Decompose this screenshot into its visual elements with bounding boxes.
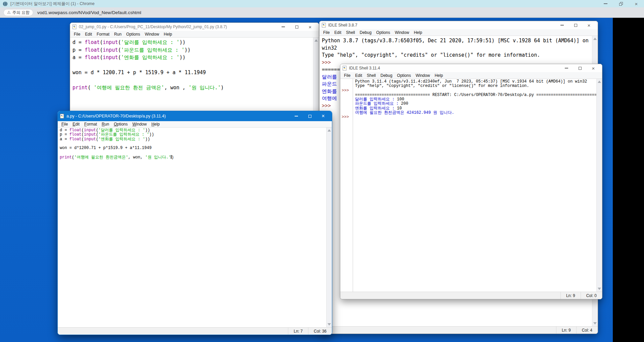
close-icon: × [309,25,312,30]
window-title: 02_jump_01.py - C:/Users/Prog_PC_11/Desk… [79,25,227,29]
maximize-icon [579,67,582,70]
menu-item-edit[interactable]: Edit [83,32,94,37]
close-icon: × [321,113,325,119]
menu-item-help[interactable]: Help [432,73,445,78]
minimize-button[interactable] [560,64,573,72]
menu-item-run[interactable]: Run [112,32,124,37]
statusbar: Ln: 9 Col: 0 [340,292,602,299]
close-icon: × [588,23,591,28]
text-line [72,77,312,84]
menu-item-format[interactable]: Format [82,122,99,127]
window-titlebar[interactable]: IDLE Shell 3.8.7 × [319,21,598,29]
text-line [355,89,596,93]
scroll-down-icon[interactable] [593,322,597,325]
menu-item-shell[interactable]: Shell [344,30,357,35]
minimize-icon [295,116,298,116]
menu-item-window[interactable]: Window [142,32,161,37]
menu-item-options[interactable]: Options [124,32,142,37]
line-indicator: Ln: 9 [560,292,581,299]
menu-item-options[interactable]: Options [111,122,130,127]
text-line: =============================== RESTART:… [355,93,596,97]
menu-item-window[interactable]: Window [392,30,411,35]
text-line: p = float(input('파운드를 입력하세요 : ')) [72,46,312,54]
menu-item-options[interactable]: Options [395,73,413,78]
menu-item-debug[interactable]: Debug [357,30,374,35]
chrome-window-controls: × [598,0,644,7]
minimize-button[interactable] [277,23,290,31]
shell-prompt-margin: >>> >>> [340,79,353,292]
shell-prompt-spacer [342,102,353,106]
close-button[interactable]: × [303,23,317,31]
text-line: p = float(input('파운드를 입력하세요 : ')) [60,133,174,137]
close-button[interactable]: × [582,21,596,29]
close-button[interactable]: × [629,0,644,7]
menu-item-file[interactable]: File [342,73,353,78]
scroll-up-icon[interactable] [598,81,601,83]
column-indicator: Col: 36 [308,328,332,335]
python-file-icon [60,114,64,118]
menu-item-format[interactable]: Format [94,32,112,37]
menu-item-file[interactable]: File [59,122,70,127]
security-badge[interactable]: ⚠ 주의 요함 [3,9,33,16]
line-indicator: Ln: 7 [288,328,308,335]
shell-text-area[interactable]: >>> >>> Python 3.11.4 (tags/v3.11.4:d234… [340,79,602,292]
close-icon: × [635,1,638,6]
text-line: d = float(input('달러를 입력하세요 : ')) [72,39,312,46]
scroll-down-icon[interactable] [598,288,601,290]
menu-item-window[interactable]: Window [130,122,149,127]
editor-text-area[interactable]: d = float(input('달러를 입력하세요 : '))p = floa… [58,128,332,327]
menu-item-file[interactable]: File [71,32,83,37]
text-line: won = d*1200.71 + p*1519.9 + a*11.1949 [60,146,174,150]
menu-item-help[interactable]: Help [411,30,425,35]
text-line: d = float(input('달러를 입력하세요 : ')) [60,128,174,133]
maximize-icon [308,115,311,118]
window-title: IDLE Shell 3.11.4 [349,66,380,70]
maximize-button[interactable] [569,21,582,29]
window-titlebar[interactable]: a.py - C:/Users/OPERATOR-70/Desktop/a.py… [58,111,332,121]
text-line: 엔화를 입력하세요 : 10 [355,106,596,111]
minimize-button[interactable] [555,21,569,29]
menu-item-shell[interactable]: Shell [364,73,378,78]
window-title: IDLE Shell 3.8.7 [328,23,357,28]
column-indicator: Col: 0 [581,292,602,299]
maximize-icon [574,24,577,27]
close-button[interactable]: × [587,64,600,72]
scroll-down-icon[interactable] [328,323,331,326]
menu-item-window[interactable]: Window [413,73,432,78]
minimize-icon [604,3,607,4]
python-file-icon [72,25,77,29]
menu-item-file[interactable]: File [321,30,332,35]
text-line: a = float(input('엔화를 입력하세요 : ')) [72,54,312,61]
vertical-scrollbar[interactable] [326,128,332,327]
minimize-button[interactable] [290,112,303,120]
minimize-button[interactable] [598,0,613,7]
menu-item-debug[interactable]: Debug [378,73,395,78]
window-controls: × [290,112,330,120]
idle-shell-3114-window: IDLE Shell 3.11.4 × FileEditShellDebugOp… [340,64,602,299]
code-text: d = float(input('달러를 입력하세요 : '))p = floa… [72,39,312,92]
security-badge-label: 주의 요함 [12,10,30,15]
scroll-up-icon[interactable] [593,38,597,40]
maximize-button[interactable] [290,23,303,31]
url-text[interactable]: vod1.wowpass.com/NVod/Vod_New/Default.cs… [37,10,141,15]
maximize-button[interactable] [573,64,587,72]
window-titlebar[interactable]: 02_jump_01.py - C:/Users/Prog_PC_11/Desk… [70,23,319,31]
menu-item-run[interactable]: Run [99,122,111,127]
line-indicator: Ln: 9 [556,327,576,334]
shell-prompt-spacer [342,111,353,115]
maximize-button[interactable] [303,112,316,120]
text-line: print('여행에 필요한 환전금액은', won, '원 입니다.') [60,155,174,160]
scroll-up-icon[interactable] [328,129,331,132]
menu-item-edit[interactable]: Edit [353,73,364,78]
menu-item-help[interactable]: Help [149,122,162,127]
menu-item-edit[interactable]: Edit [70,122,82,127]
window-titlebar[interactable]: IDLE Shell 3.11.4 × [340,64,602,72]
scroll-up-icon[interactable] [314,39,318,42]
close-button[interactable]: × [316,112,330,120]
menu-item-edit[interactable]: Edit [332,30,344,35]
menu-item-options[interactable]: Options [374,30,392,35]
vertical-scrollbar[interactable] [596,79,602,292]
minimize-icon [560,25,564,25]
restore-button[interactable] [613,0,629,7]
menu-item-help[interactable]: Help [161,32,175,37]
